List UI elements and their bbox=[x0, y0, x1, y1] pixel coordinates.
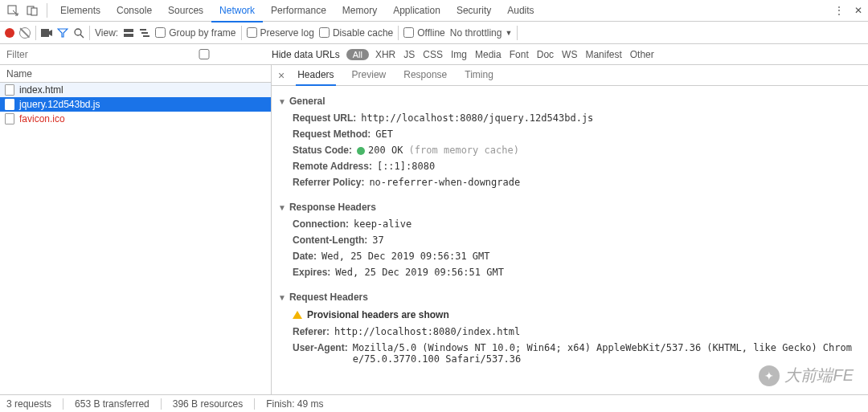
tab-application[interactable]: Application bbox=[385, 0, 448, 22]
tab-network[interactable]: Network bbox=[211, 0, 263, 22]
view-label: View: bbox=[95, 27, 118, 39]
file-icon bbox=[5, 99, 14, 110]
status-bar: 3 requests 653 B transferred 396 B resou… bbox=[0, 394, 868, 412]
watermark: ✦ 大前端FE bbox=[759, 365, 854, 386]
detail-tab-headers[interactable]: Headers bbox=[296, 65, 335, 86]
inspect-icon[interactable] bbox=[3, 1, 23, 20]
hide-data-urls-checkbox[interactable]: Hide data URLs bbox=[140, 49, 340, 60]
filter-all[interactable]: All bbox=[346, 49, 369, 60]
warning-icon bbox=[293, 311, 302, 319]
filter-doc[interactable]: Doc bbox=[537, 49, 554, 60]
status-resources: 396 B resources bbox=[173, 398, 243, 410]
filter-input[interactable] bbox=[5, 47, 133, 62]
camera-icon[interactable] bbox=[41, 28, 52, 38]
filter-img[interactable]: Img bbox=[451, 49, 467, 60]
disable-cache-checkbox[interactable]: Disable cache bbox=[319, 27, 393, 39]
filter-icon[interactable] bbox=[57, 28, 68, 38]
request-details: × HeadersPreviewResponseTiming ▼General … bbox=[272, 65, 868, 394]
tab-console[interactable]: Console bbox=[108, 0, 160, 22]
detail-tab-timing[interactable]: Timing bbox=[463, 65, 495, 85]
network-toolbar: View: Group by frame Preserve log Disabl… bbox=[0, 22, 868, 44]
filter-media[interactable]: Media bbox=[475, 49, 502, 60]
filter-ws[interactable]: WS bbox=[562, 49, 577, 60]
svg-rect-2 bbox=[31, 8, 37, 15]
filter-manifest[interactable]: Manifest bbox=[585, 49, 621, 60]
filter-other[interactable]: Other bbox=[630, 49, 654, 60]
device-toggle-icon[interactable] bbox=[23, 1, 42, 20]
wechat-icon: ✦ bbox=[759, 365, 780, 386]
svg-line-5 bbox=[80, 35, 84, 38]
status-finish: Finish: 49 ms bbox=[266, 398, 323, 410]
clear-button[interactable] bbox=[19, 27, 31, 39]
close-details-icon[interactable]: × bbox=[278, 69, 285, 82]
status-transferred: 653 B transferred bbox=[75, 398, 149, 410]
status-requests: 3 requests bbox=[6, 398, 51, 410]
request-list: Name index.htmljquery.12d543bd.jsfavicon… bbox=[0, 65, 272, 394]
tab-performance[interactable]: Performance bbox=[263, 0, 334, 22]
filter-css[interactable]: CSS bbox=[423, 49, 443, 60]
tab-audits[interactable]: Audits bbox=[499, 0, 542, 22]
provisional-warning: Provisional headers are shown bbox=[278, 306, 860, 324]
devtools-main-tabs: ElementsConsoleSourcesNetworkPerformance… bbox=[0, 0, 868, 22]
section-general[interactable]: ▼General bbox=[278, 92, 860, 110]
filter-bar: Hide data URLs All XHRJSCSSImgMediaFontD… bbox=[0, 44, 868, 65]
search-icon[interactable] bbox=[73, 27, 84, 39]
file-icon bbox=[5, 113, 14, 124]
filter-font[interactable]: Font bbox=[510, 49, 529, 60]
svg-rect-6 bbox=[124, 29, 133, 32]
svg-rect-3 bbox=[41, 29, 49, 37]
svg-rect-10 bbox=[143, 35, 149, 37]
section-response-headers[interactable]: ▼Response Headers bbox=[278, 198, 860, 216]
divider bbox=[47, 3, 47, 18]
waterfall-icon[interactable] bbox=[139, 28, 150, 38]
filter-xhr[interactable]: XHR bbox=[375, 49, 395, 60]
name-column-header[interactable]: Name bbox=[0, 65, 271, 83]
request-row[interactable]: jquery.12d543bd.js bbox=[0, 97, 271, 112]
offline-checkbox[interactable]: Offline bbox=[403, 27, 444, 39]
svg-rect-9 bbox=[141, 32, 148, 34]
record-button[interactable] bbox=[5, 28, 14, 38]
svg-rect-8 bbox=[140, 29, 146, 31]
detail-tab-response[interactable]: Response bbox=[402, 65, 448, 85]
tab-memory[interactable]: Memory bbox=[334, 0, 385, 22]
svg-point-4 bbox=[75, 29, 81, 35]
file-icon bbox=[5, 84, 14, 96]
request-row[interactable]: favicon.ico bbox=[0, 112, 271, 126]
section-request-headers[interactable]: ▼Request Headers bbox=[278, 288, 860, 306]
svg-rect-7 bbox=[124, 34, 133, 37]
detail-tab-preview[interactable]: Preview bbox=[350, 65, 388, 85]
request-row[interactable]: index.html bbox=[0, 83, 271, 97]
close-icon[interactable]: ✕ bbox=[849, 1, 868, 20]
tab-sources[interactable]: Sources bbox=[160, 0, 211, 22]
preserve-log-checkbox[interactable]: Preserve log bbox=[247, 27, 314, 39]
filter-js[interactable]: JS bbox=[403, 49, 415, 60]
more-icon[interactable]: ⋮ bbox=[829, 1, 849, 20]
status-dot-icon bbox=[357, 147, 365, 155]
large-rows-icon[interactable] bbox=[123, 28, 134, 38]
tab-security[interactable]: Security bbox=[448, 0, 499, 22]
throttling-select[interactable]: No throttling▼ bbox=[450, 27, 513, 39]
tab-elements[interactable]: Elements bbox=[52, 0, 108, 22]
group-by-frame-checkbox[interactable]: Group by frame bbox=[155, 27, 235, 39]
